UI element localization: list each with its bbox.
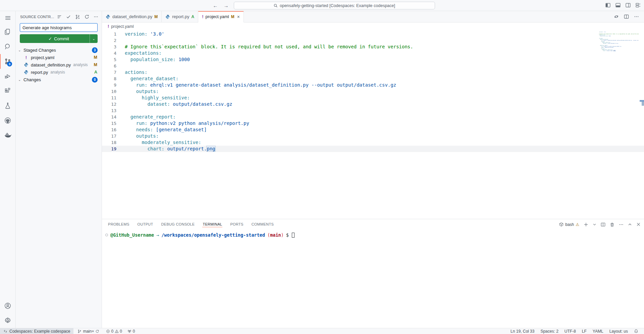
scm-file-row[interactable]: report.pyanalysisA [16, 68, 102, 76]
code-line-10[interactable]: 10 outputs: [102, 88, 644, 95]
encoding-item[interactable]: UTF-8 [561, 328, 579, 334]
line-text: moderately_sensitive: [125, 139, 201, 146]
github-icon[interactable] [0, 113, 15, 128]
explorer-icon[interactable] [0, 25, 15, 39]
docker-icon[interactable] [0, 128, 15, 143]
view-sort-icon[interactable] [57, 14, 62, 19]
command-decoration-icon[interactable] [105, 234, 108, 236]
code-line-16[interactable]: 16 needs: [generate_dataset] [102, 127, 644, 133]
ports-count: 0 [133, 329, 135, 334]
panel-tab-output[interactable]: OUTPUT [137, 219, 154, 230]
code-line-7[interactable]: 7actions: [102, 69, 644, 76]
panel-tab-ports[interactable]: PORTS [230, 219, 244, 230]
panel-tab-terminal[interactable]: TERMINAL [202, 219, 222, 230]
python-file-icon [24, 62, 29, 67]
extensions-icon[interactable] [0, 84, 15, 98]
testing-icon[interactable] [0, 98, 15, 113]
file-folder: analysis [73, 62, 88, 67]
branch-status-item[interactable]: main+ [75, 328, 101, 334]
panel-tab-debug-console[interactable]: DEBUG CONSOLE [161, 219, 195, 230]
account-icon[interactable] [0, 298, 15, 313]
eol-item[interactable]: LF [579, 328, 590, 334]
editor-tab-report.py[interactable]: report.pyA [162, 11, 198, 22]
new-terminal-icon[interactable] [584, 222, 588, 227]
editor-tab-dataset_definition.py[interactable]: dataset_definition.pyM [102, 11, 162, 22]
maximize-panel-icon[interactable] [628, 223, 632, 227]
split-editor-icon[interactable] [624, 14, 629, 19]
close-panel-icon[interactable] [636, 222, 641, 227]
commit-button[interactable]: ✓ Commit ⌄ [20, 34, 98, 43]
code-line-13[interactable]: 13 [102, 107, 644, 114]
code-line-12[interactable]: 12 dataset: output/dataset.csv.gz [102, 101, 644, 107]
command-center-search[interactable]: opensafely-getting-started [Codespaces: … [234, 2, 435, 9]
branch-create-icon[interactable] [75, 14, 80, 19]
cursor-position-item[interactable]: Ln 19, Col 33 [507, 328, 537, 334]
minimap[interactable]: version: '3.0' # Ignore this`expectation… [599, 32, 639, 51]
indentation-item[interactable]: Spaces: 2 [537, 328, 561, 334]
panel-more-actions-icon[interactable] [619, 222, 624, 227]
line-number: 6 [102, 63, 116, 69]
problems-status-item[interactable]: 0 0 [104, 328, 124, 334]
kill-terminal-trash-icon[interactable] [610, 222, 614, 227]
scm-file-row[interactable]: !project.yamlM [16, 54, 102, 61]
code-line-9[interactable]: 9 run: ehrql:v1 generate-dataset analysi… [102, 82, 644, 88]
toggle-secondary-sidebar-icon[interactable] [626, 3, 631, 8]
breadcrumb[interactable]: ! project.yaml [102, 22, 644, 30]
commit-check-icon[interactable] [66, 14, 71, 19]
line-number: 5 [102, 56, 116, 63]
code-line-18[interactable]: 18 moderately_sensitive: [102, 139, 644, 146]
remote-indicator[interactable]: Codespaces: Example codespace [0, 328, 73, 334]
language-mode-item[interactable]: YAML [590, 328, 606, 334]
toggle-panel-icon[interactable] [615, 3, 621, 8]
breadcrumb-file[interactable]: project.yaml [111, 24, 133, 29]
nav-forward-icon[interactable]: → [223, 3, 229, 8]
line-text: needs: [generate_dataset] [125, 127, 207, 133]
menu-icon[interactable] [0, 11, 15, 25]
source-control-view-icon[interactable]: 3 [0, 54, 15, 69]
code-line-15[interactable]: 15 run: python:v2 python analysis/report… [102, 120, 644, 127]
editor-tab-project.yaml[interactable]: !project.yamlM× [198, 11, 244, 22]
close-tab-icon[interactable]: × [237, 14, 240, 19]
terminal-dropdown-chevron-icon[interactable] [593, 223, 596, 226]
code-line-4[interactable]: 4expectations: [102, 50, 644, 56]
line-number: 18 [102, 139, 116, 146]
panel-tab-label: COMMENTS [251, 222, 274, 227]
commit-dropdown-chevron[interactable]: ⌄ [90, 34, 98, 43]
ports-status-item[interactable]: 0 [125, 328, 137, 334]
section-label: Staged Changes [23, 48, 56, 53]
python-file-icon [165, 14, 170, 19]
code-editor[interactable]: 1version: '3.0'23# Ignore this`expectati… [102, 30, 644, 219]
staged-changes-section[interactable]: ⌄ Staged Changes 3 [16, 46, 102, 54]
customize-layout-icon[interactable] [636, 3, 641, 8]
panel-tab-problems[interactable]: PROBLEMS [108, 219, 130, 230]
more-actions-icon[interactable] [634, 14, 639, 19]
commit-message-input[interactable] [20, 23, 98, 32]
code-line-14[interactable]: 14 generate_report: [102, 114, 644, 120]
settings-gear-icon[interactable] [0, 313, 15, 328]
split-terminal-icon[interactable] [601, 222, 605, 227]
terminal-instance-item[interactable]: bash ⚠ [559, 222, 579, 227]
nav-back-icon[interactable]: ← [212, 3, 218, 8]
toggle-primary-sidebar-icon[interactable] [605, 3, 610, 8]
more-actions-icon[interactable] [94, 14, 98, 19]
panel-tab-comments[interactable]: COMMENTS [251, 219, 274, 230]
code-line-1[interactable]: 1version: '3.0' [102, 31, 644, 37]
code-line-6[interactable]: 6 [102, 63, 644, 69]
run-debug-icon[interactable] [0, 69, 15, 84]
refresh-icon[interactable] [85, 14, 89, 19]
notifications-bell-icon[interactable] [631, 328, 641, 334]
code-line-8[interactable]: 8 generate_dataset: [102, 76, 644, 82]
scm-file-row[interactable]: dataset_definition.pyanalysisM [16, 61, 102, 68]
code-line-3[interactable]: 3# Ignore this`expectation` block. It is… [102, 44, 644, 50]
git-status-letter: M [94, 62, 97, 67]
changes-section[interactable]: ⌄ Changes 0 [16, 76, 102, 83]
open-changes-icon[interactable] [614, 14, 619, 19]
code-line-2[interactable]: 2 [102, 37, 644, 44]
keyboard-layout-item[interactable]: Layout: us [606, 328, 631, 334]
code-line-11[interactable]: 11 highly_sensitive: [102, 95, 644, 101]
code-line-5[interactable]: 5 population_size: 1000 [102, 56, 644, 63]
terminal-content[interactable]: @GitHub_Username → /workspaces/opensafel… [102, 230, 644, 328]
search-view-icon[interactable] [0, 39, 15, 54]
code-line-19[interactable]: 19 chart: output/report.png [102, 146, 644, 152]
code-line-17[interactable]: 17 outputs: [102, 133, 644, 139]
